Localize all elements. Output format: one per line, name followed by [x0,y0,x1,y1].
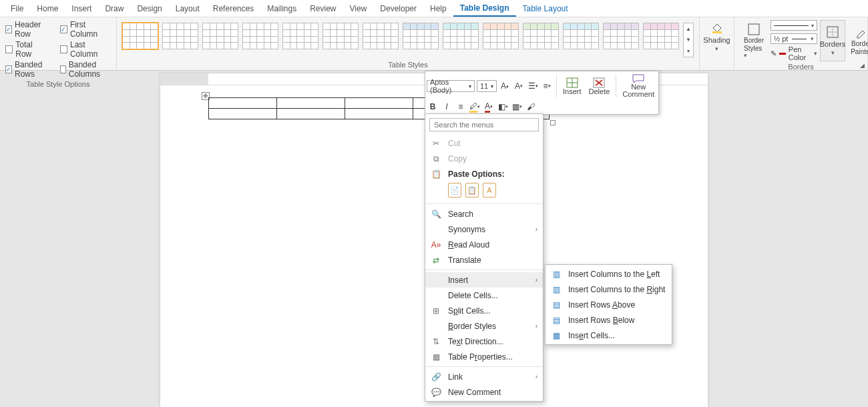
italic-icon[interactable]: I [441,101,453,113]
font-color-icon[interactable]: A▾ [483,101,495,113]
bold-icon[interactable]: B [427,101,439,113]
mini-insert-button[interactable]: Insert [560,76,584,97]
chk-total-row[interactable]: Total Row [5,40,48,59]
ctx-delete-cells-label: Delete Cells... [448,291,498,300]
sub-cols-right[interactable]: ▥Insert Columns to the Right [546,282,672,297]
ctx-text-direction[interactable]: ⇅Text Direction... [425,334,543,349]
svg-rect-1 [748,24,759,35]
group-label-table-styles: Table Styles [122,59,694,69]
shading-button[interactable]: Shading ▾ [705,20,728,53]
link-icon: 🔗 [431,372,441,382]
table-style-swatch[interactable] [523,23,559,49]
table-style-swatch[interactable] [403,23,439,49]
table-style-swatch[interactable] [322,23,359,49]
tab-references[interactable]: References [206,1,260,16]
paste-merge-icon[interactable]: 📋 [465,183,479,197]
tab-file[interactable]: File [4,1,30,16]
tab-design[interactable]: Design [130,1,168,16]
align-icon[interactable]: ≡ [455,101,467,113]
ctx-translate[interactable]: ⇄Translate [425,252,543,268]
pen-color-button[interactable]: ✎Pen Color ▾ [771,45,817,61]
context-menu-search[interactable] [429,118,539,131]
mini-delete-label: Delete [589,88,610,95]
insert-rows-above-icon: ▤ [551,300,562,310]
tab-mailings[interactable]: Mailings [260,1,303,16]
ctx-new-comment[interactable]: 💬New Comment [425,384,543,400]
paste-keep-source-icon[interactable]: 📄 [448,183,461,197]
border-styles-button[interactable]: Border Styles ▾ [740,20,768,61]
group-shading: Shading ▾ [700,17,734,70]
tab-table-layout[interactable]: Table Layout [516,1,575,16]
context-menu-search-input[interactable] [429,118,539,131]
mini-font-select[interactable]: Aptos (Body)▾ [427,80,475,92]
ctx-delete-cells[interactable]: Delete Cells... [425,288,543,303]
highlight-icon[interactable]: 🖊▾ [469,101,481,113]
ctx-synonyms[interactable]: Synonyms› [425,222,543,237]
table-style-swatch[interactable] [242,23,278,49]
ctx-cut-label: Cut [448,139,461,148]
tab-home[interactable]: Home [30,1,65,16]
table-resize-handle[interactable] [550,120,556,125]
dialog-launcher-icon[interactable]: ◢ [860,62,865,69]
sub-insert-cells[interactable]: ▦Insert Cells... [546,328,672,343]
delete-table-icon [593,77,605,88]
tab-insert[interactable]: Insert [65,1,98,16]
table-style-more[interactable]: ▲▼▾ [683,23,694,57]
ctx-insert[interactable]: Insert› [425,272,543,288]
bullets-icon[interactable]: ☰▾ [527,80,539,92]
border-styles-icon [747,23,761,36]
ctx-table-properties[interactable]: ▦Table Properties... [425,349,543,364]
sub-cols-left[interactable]: ▥Insert Columns to the Left [546,266,672,282]
ctx-cut[interactable]: ✂Cut [425,135,543,151]
mini-toolbar: Aptos (Body)▾ 11▾ A▴ A▾ ☰▾ ≡▾ Insert Del… [425,71,659,115]
table-style-swatch[interactable] [603,23,639,49]
chk-last-col[interactable]: Last Column [60,40,111,59]
format-painter-icon[interactable]: 🖌 [525,101,537,113]
mini-new-comment-label2: Comment [622,91,654,98]
table-style-swatch[interactable] [483,23,519,49]
chk-first-col[interactable]: First Column [60,20,111,39]
mini-new-comment-button[interactable]: New Comment [620,73,657,99]
ctx-border-styles[interactable]: Border Styles› [425,318,543,334]
line-style-select[interactable]: ▾ [771,20,817,31]
tab-draw[interactable]: Draw [98,1,130,16]
table-style-swatch[interactable] [563,23,599,49]
shading-mini-icon[interactable]: ◧▾ [497,101,509,113]
ctx-split-cells[interactable]: ⊞Split Cells... [425,303,543,318]
chk-header-row[interactable]: Header Row [5,20,48,39]
chk-header-row-label: Header Row [15,20,48,39]
borders-mini-icon[interactable]: ▦▾ [511,101,523,113]
border-painter-button[interactable]: Border Painter [848,20,868,61]
increase-font-icon[interactable]: A▴ [499,80,511,92]
table-style-swatch[interactable] [643,23,679,49]
line-width-select[interactable]: ½ pt▾ [771,33,817,44]
tab-review[interactable]: Review [303,1,343,16]
ctx-link[interactable]: 🔗Link› [425,369,543,384]
table-style-swatch[interactable] [363,23,399,49]
tab-developer[interactable]: Developer [373,1,423,16]
ctx-read-aloud[interactable]: A»Read Aloud [425,237,543,252]
insert-cols-right-icon: ▥ [551,284,562,295]
borders-button[interactable]: Borders ▾ [820,20,845,61]
table-style-swatch[interactable] [122,23,158,49]
table-style-swatch[interactable] [162,23,198,49]
tab-help[interactable]: Help [423,1,453,16]
sub-rows-above[interactable]: ▤Insert Rows Above [546,297,672,312]
pen-color-label: Pen Color [789,45,811,61]
paste-text-only-icon[interactable]: A [483,183,496,197]
numbering-icon[interactable]: ≡▾ [541,80,553,92]
mini-size-select[interactable]: 11▾ [477,80,497,92]
mini-delete-button[interactable]: Delete [586,76,613,97]
table-style-swatch[interactable] [202,23,238,49]
chevron-down-icon: ▾ [715,45,718,52]
search-icon: 🔍 [431,209,441,220]
table-style-swatch[interactable] [282,23,318,49]
decrease-font-icon[interactable]: A▾ [513,80,525,92]
tab-table-design[interactable]: Table Design [453,1,516,17]
ctx-search[interactable]: 🔍Search [425,206,543,222]
ctx-copy[interactable]: ⧉Copy [425,151,543,166]
tab-view[interactable]: View [343,1,374,16]
table-style-swatch[interactable] [443,23,479,49]
sub-rows-below[interactable]: ▤Insert Rows Below [546,312,672,328]
tab-layout[interactable]: Layout [169,1,206,16]
